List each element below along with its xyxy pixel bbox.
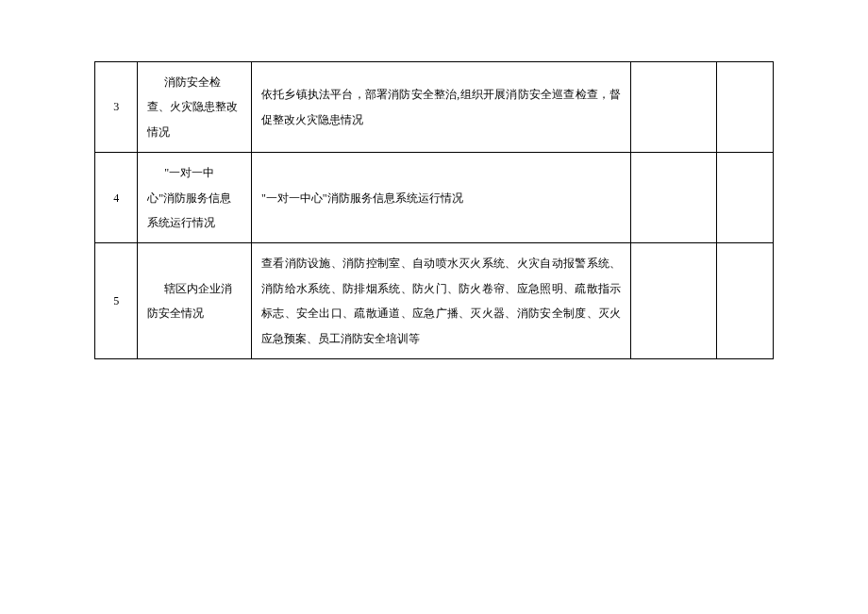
row-number: 4 [95,153,138,243]
row-item: 消防安全检查、火灾隐患整改情况 [138,62,252,153]
table-row: 5 辖区内企业消防安全情况 查看消防设施、消防控制室、自动喷水灭火系统、火灾自动… [95,243,774,359]
row-blank-2 [716,243,773,359]
row-blank-1 [631,243,717,359]
row-blank-1 [631,62,717,153]
row-number: 5 [95,243,138,359]
row-description: 查看消防设施、消防控制室、自动喷水灭火系统、火灾自动报警系统、消防给水系统、防排… [251,243,630,359]
row-blank-2 [716,62,773,153]
row-number: 3 [95,62,138,153]
table-row: 4 "一对一中心"消防服务信息系统运行情况 "一对一中心"消防服务信息系统运行情… [95,153,774,243]
row-blank-1 [631,153,717,243]
table-row: 3 消防安全检查、火灾隐患整改情况 依托乡镇执法平台，部署消防安全整治,组织开展… [95,62,774,153]
row-blank-2 [716,153,773,243]
inspection-table: 3 消防安全检查、火灾隐患整改情况 依托乡镇执法平台，部署消防安全整治,组织开展… [94,61,774,359]
row-description: 依托乡镇执法平台，部署消防安全整治,组织开展消防安全巡查检查，督促整改火灾隐患情… [251,62,630,153]
row-description: "一对一中心"消防服务信息系统运行情况 [251,153,630,243]
row-item: "一对一中心"消防服务信息系统运行情况 [138,153,252,243]
row-item: 辖区内企业消防安全情况 [138,243,252,359]
